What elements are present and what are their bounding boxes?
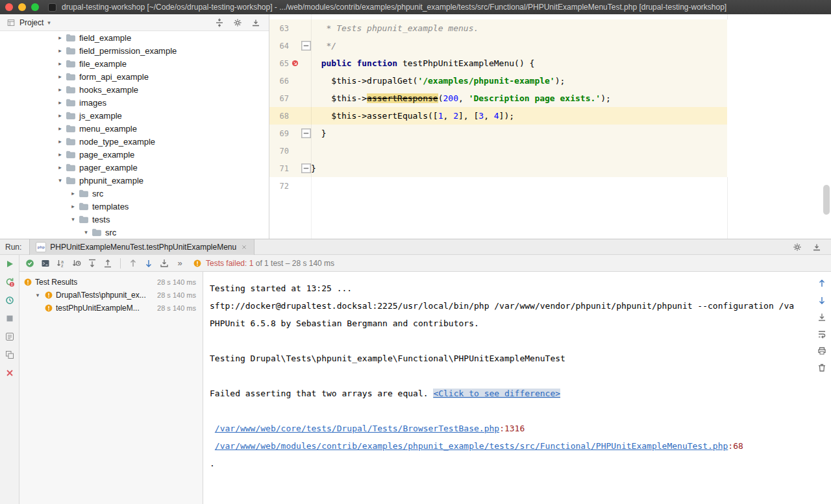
tree-item-phpunit_example[interactable]: ▾phpunit_example	[0, 174, 269, 187]
chevron-right-icon[interactable]: ▸	[56, 60, 64, 67]
hide-panel-button[interactable]	[812, 242, 822, 252]
previous-failed-test-button[interactable]	[128, 258, 138, 269]
test-failed-gutter-icon[interactable]	[289, 60, 301, 67]
chevron-right-icon[interactable]: ▸	[56, 86, 64, 93]
console-link[interactable]: /var/www/web/core/tests/Drupal/Tests/Bro…	[215, 424, 499, 433]
close-button[interactable]	[5, 368, 15, 378]
tree-item-form_api_example[interactable]: ▸form_api_example	[0, 70, 269, 83]
minimize-window-button[interactable]	[18, 3, 26, 11]
show-passed-button[interactable]	[25, 258, 35, 269]
line-number[interactable]: 71	[269, 164, 289, 173]
sort-alphabetically-button[interactable]: az	[56, 258, 66, 269]
up-the-stack-trace-button[interactable]	[817, 278, 827, 289]
soft-wrap-button[interactable]	[817, 329, 827, 339]
line-number[interactable]: 70	[269, 147, 289, 156]
rerun-failed-tests-button[interactable]	[5, 277, 15, 287]
next-failed-test-button[interactable]	[143, 258, 154, 269]
chevron-right-icon[interactable]: ▸	[56, 47, 64, 54]
tree-item-src[interactable]: ▾src	[0, 226, 269, 239]
run-tab[interactable]: php PHPUnitExampleMenuTest.testPhpUnitEx…	[29, 239, 254, 255]
settings-gear-button[interactable]	[792, 242, 802, 252]
scroll-to-end-button[interactable]	[817, 312, 827, 322]
chevron-right-icon[interactable]: ▸	[69, 190, 77, 197]
editor-line-63[interactable]: 63 * Tests phpunit_example menus.	[269, 19, 831, 37]
tree-item-tests[interactable]: ▾tests	[0, 213, 269, 226]
tree-item-page_example[interactable]: ▸page_example	[0, 148, 269, 161]
chevron-down-icon[interactable]: ▾	[47, 19, 51, 26]
editor-line-64[interactable]: 64 */	[269, 37, 831, 54]
editor[interactable]: 63 * Tests phpunit_example menus.64 */65…	[269, 14, 831, 239]
print-button[interactable]	[817, 346, 827, 356]
test-tree-item[interactable]: testPhpUnitExampleM...28 s 140 ms	[19, 302, 203, 315]
close-tab-icon[interactable]	[240, 243, 248, 251]
chevron-right-icon[interactable]: ▸	[69, 203, 77, 210]
chevron-right-icon[interactable]: ▸	[56, 151, 64, 158]
project-panel-title[interactable]: Project	[19, 18, 43, 27]
rerun-test-button[interactable]	[5, 259, 15, 269]
line-number[interactable]: 68	[269, 112, 289, 121]
fold-marker-icon[interactable]	[301, 128, 311, 138]
toggle-auto-test-button[interactable]	[5, 295, 15, 306]
chevron-right-icon[interactable]: ▸	[56, 99, 64, 106]
tree-item-file_example[interactable]: ▸file_example	[0, 57, 269, 70]
line-number[interactable]: 67	[269, 94, 289, 103]
tree-item-src[interactable]: ▸src	[0, 187, 269, 200]
stop-button[interactable]	[5, 313, 15, 324]
test-tree-item[interactable]: ▾Drupal\Tests\phpunit_ex...28 s 140 ms	[19, 289, 203, 302]
hide-panel-button[interactable]	[251, 18, 261, 28]
line-number[interactable]: 63	[269, 24, 289, 33]
collapse-all-button[interactable]	[214, 18, 225, 28]
collapse-all-button[interactable]	[103, 258, 113, 269]
console-link[interactable]: <Click to see difference>	[433, 389, 560, 398]
tree-item-images[interactable]: ▸images	[0, 96, 269, 109]
run-console[interactable]: Testing started at 13:25 ...sftp://docke…	[203, 272, 813, 504]
line-number[interactable]: 64	[269, 42, 289, 51]
chevron-right-icon[interactable]: ▸	[56, 112, 64, 119]
clear-console-button[interactable]	[817, 363, 827, 373]
line-number[interactable]: 66	[269, 77, 289, 86]
chevron-right-icon[interactable]: ▸	[56, 125, 64, 132]
chevron-down-icon[interactable]: ▾	[34, 292, 42, 298]
console-link[interactable]: /var/www/web/modules/contrib/examples/ph…	[215, 441, 728, 451]
tree-item-templates[interactable]: ▸templates	[0, 200, 269, 213]
editor-line-70[interactable]: 70	[269, 142, 831, 160]
settings-gear-button[interactable]	[232, 18, 243, 28]
chevron-right-icon[interactable]: ▸	[56, 73, 64, 80]
close-window-button[interactable]	[5, 3, 13, 11]
tree-item-js_example[interactable]: ▸js_example	[0, 109, 269, 122]
line-number[interactable]: 65	[269, 59, 289, 68]
fold-marker-icon[interactable]	[301, 163, 311, 173]
tree-item-field_example[interactable]: ▸field_example	[0, 31, 269, 44]
expand-all-button[interactable]	[87, 258, 97, 269]
import-test-results-button[interactable]	[159, 258, 169, 269]
test-tree-item[interactable]: Test Results28 s 140 ms	[19, 276, 203, 289]
tree-item-hooks_example[interactable]: ▸hooks_example	[0, 83, 269, 96]
chevron-right-icon[interactable]: ▸	[56, 138, 64, 145]
tree-item-node_type_example[interactable]: ▸node_type_example	[0, 135, 269, 148]
zoom-window-button[interactable]	[31, 3, 39, 11]
editor-line-68[interactable]: 68 $this->assertEquals([1, 2], [3, 4]);	[269, 107, 831, 125]
editor-line-66[interactable]: 66 $this->drupalGet('/examples/phpunit-e…	[269, 72, 831, 90]
editor-line-67[interactable]: 67 $this->assertResponse(200, 'Descripti…	[269, 90, 831, 107]
line-number[interactable]: 72	[269, 182, 289, 191]
editor-line-72[interactable]: 72	[269, 177, 831, 195]
editor-line-69[interactable]: 69 }	[269, 125, 831, 142]
chevron-down-icon[interactable]: ▾	[82, 229, 90, 235]
tree-item-pager_example[interactable]: ▸pager_example	[0, 161, 269, 174]
chevron-right-icon[interactable]: ▸	[56, 34, 64, 41]
restore-layout-button[interactable]	[5, 350, 15, 360]
tree-item-menu_example[interactable]: ▸menu_example	[0, 122, 269, 135]
sort-by-duration-button[interactable]	[71, 258, 82, 269]
chevron-right-icon[interactable]: ▸	[56, 164, 64, 171]
show-console-button[interactable]	[40, 258, 51, 269]
fold-marker-icon[interactable]	[301, 41, 311, 51]
chevron-down-icon[interactable]: ▾	[56, 177, 64, 184]
tree-item-field_permission_example[interactable]: ▸field_permission_example	[0, 44, 269, 57]
more-options-button[interactable]: »	[175, 258, 185, 269]
test-history-button[interactable]	[5, 331, 15, 342]
down-the-stack-trace-button[interactable]	[817, 295, 827, 306]
editor-line-71[interactable]: 71}	[269, 160, 831, 177]
editor-line-65[interactable]: 65 public function testPhpUnitExampleMen…	[269, 54, 831, 72]
chevron-down-icon[interactable]: ▾	[69, 216, 77, 222]
line-number[interactable]: 69	[269, 129, 289, 138]
